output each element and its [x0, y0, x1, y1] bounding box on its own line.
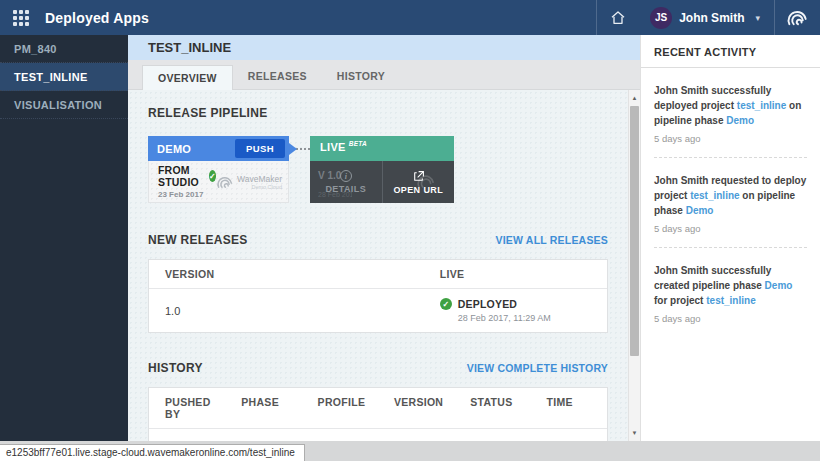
demo-deploy-date: 23 Feb 2017 [158, 190, 216, 199]
release-live-status: ✓ DEPLOYED 28 Feb 2017, 11:29 AM [424, 289, 607, 332]
demo-card-header: DEMO PUSH [148, 136, 289, 161]
watermark-title: WaveMaker [237, 174, 282, 184]
history-table-header: PUSHED BY PHASE PROFILE VERSION STATUS T… [149, 388, 607, 429]
demo-card-body: FROM STUDIO ✓ 23 Feb 2017 WaveMaker [148, 161, 289, 203]
sidebar-item-visualisation[interactable]: VISUALISATION [0, 91, 128, 119]
activity-text: John Smith successfully deployed project… [654, 83, 807, 128]
table-row: John Smith Live Live 1.0 Deployed 28 Feb… [149, 429, 607, 441]
info-icon: i [340, 170, 352, 182]
view-all-releases-link[interactable]: VIEW ALL RELEASES [496, 234, 609, 246]
tab-history[interactable]: HISTORY [322, 64, 400, 89]
activity-text-pre: John Smith successfully created pipeline… [654, 265, 771, 291]
view-complete-history-link[interactable]: VIEW COMPLETE HISTORY [467, 362, 608, 374]
history-time: 28 Feb 2017, [530, 429, 606, 441]
release-pipeline-heading: RELEASE PIPELINE [148, 106, 608, 120]
home-button[interactable] [596, 0, 638, 35]
open-url-icon [412, 170, 425, 183]
phase-link[interactable]: Demo [726, 115, 754, 126]
project-link[interactable]: test_inline [706, 295, 755, 306]
phase-link[interactable]: Demo [686, 205, 714, 216]
demo-phase-card: DEMO PUSH FROM STUDIO ✓ 23 Feb 2017 [148, 136, 289, 203]
deployed-check-icon: ✓ [440, 298, 452, 310]
project-sidebar: PM_840 TEST_INLINE VISUALISATION [0, 35, 128, 441]
recent-activity-heading: RECENT ACTIVITY [654, 46, 807, 58]
topbar: Deployed Apps JS John Smith ▾ [0, 0, 820, 35]
column-header-phase: PHASE [225, 388, 301, 428]
avatar: JS [650, 7, 672, 29]
scroll-up-icon[interactable]: ▲ [629, 92, 640, 104]
live-phase-card: LIVE BETA V 1.0 28 Feb 2017, i DETAILS [310, 136, 454, 203]
activity-timestamp: 5 days ago [654, 133, 807, 144]
demo-card-info: FROM STUDIO ✓ 23 Feb 2017 [158, 164, 216, 199]
beta-tag: BETA [349, 140, 367, 147]
column-header-status: STATUS [454, 388, 530, 428]
list-item: John Smith successfully deployed project… [654, 68, 807, 158]
project-link[interactable]: test_inline [690, 190, 739, 201]
browser-status-url: e1253bff77e01.live.stage-cloud.wavemaker… [0, 444, 305, 461]
sidebar-item-pm-840[interactable]: PM_840 [0, 35, 128, 63]
scrollbar-thumb[interactable] [630, 106, 639, 356]
scroll-down-icon[interactable]: ▼ [629, 427, 640, 439]
new-releases-header-row: NEW RELEASES VIEW ALL RELEASES [148, 233, 608, 247]
wavemaker-logo-icon [786, 6, 809, 29]
column-header-profile: PROFILE [302, 388, 378, 428]
activity-timestamp: 5 days ago [654, 223, 807, 234]
chevron-down-icon: ▾ [755, 13, 760, 23]
column-header-time: TIME [530, 388, 606, 428]
column-header-version: VERSION [378, 388, 454, 428]
sidebar-item-test-inline[interactable]: TEST_INLINE [0, 63, 128, 91]
user-menu[interactable]: JS John Smith ▾ [638, 0, 774, 35]
activity-text: John Smith requested to deploy project t… [654, 173, 807, 218]
success-check-icon: ✓ [209, 170, 216, 182]
demo-phase-label: DEMO [157, 143, 235, 155]
watermark-subtitle: Demo Cloud [237, 184, 282, 190]
apps-grid-icon[interactable] [13, 10, 29, 26]
activity-text: John Smith successfully created pipeline… [654, 263, 807, 308]
live-card-body: V 1.0 28 Feb 2017, i DETAILS OPE [310, 161, 454, 203]
list-item: John Smith successfully created pipeline… [654, 248, 807, 337]
tab-overview[interactable]: OVERVIEW [142, 65, 233, 90]
push-button[interactable]: PUSH [235, 139, 285, 158]
recent-activity-panel: RECENT ACTIVITY John Smith successfully … [640, 35, 820, 441]
details-button[interactable]: i DETAILS [310, 161, 383, 203]
details-label: DETAILS [325, 184, 366, 194]
wavemaker-watermark-icon [216, 173, 234, 191]
new-releases-heading: NEW RELEASES [148, 233, 248, 247]
home-icon [610, 10, 626, 26]
open-url-button[interactable]: OPEN URL [383, 161, 455, 203]
phase-link[interactable]: Demo [765, 280, 793, 291]
column-header-version: VERSION [149, 260, 424, 288]
tab-releases[interactable]: RELEASES [233, 64, 322, 89]
deployed-status-label: DEPLOYED [458, 298, 551, 310]
app-title: Deployed Apps [45, 10, 149, 26]
pipeline-row: DEMO PUSH FROM STUDIO ✓ 23 Feb 2017 [148, 136, 608, 203]
history-table: PUSHED BY PHASE PROFILE VERSION STATUS T… [148, 387, 608, 441]
from-studio-label: FROM STUDIO [158, 164, 205, 188]
activity-text-mid: for project [654, 295, 706, 306]
list-item: John Smith requested to deploy project t… [654, 158, 807, 248]
overview-content: RELEASE PIPELINE DEMO PUSH FROM STUDIO ✓… [128, 90, 628, 441]
live-phase-label: LIVE [320, 141, 346, 153]
pipeline-arrow-icon [289, 143, 297, 155]
page-title: TEST_INLINE [128, 35, 640, 60]
brand-logo-button[interactable] [774, 0, 820, 35]
open-url-label: OPEN URL [393, 185, 443, 195]
project-link[interactable]: test_inline [737, 100, 786, 111]
wavemaker-watermark: WaveMaker Demo Cloud [216, 173, 282, 191]
history-header-row: HISTORY VIEW COMPLETE HISTORY [148, 361, 608, 375]
activity-timestamp: 5 days ago [654, 313, 807, 324]
column-header-pushed-by: PUSHED BY [149, 388, 225, 428]
topbar-actions: JS John Smith ▾ [596, 0, 820, 35]
deployed-time: 28 Feb 2017, 11:29 AM [458, 313, 551, 323]
new-releases-table: VERSION LIVE 1.0 ✓ DEPLOYED 28 Feb 2017,… [148, 259, 608, 333]
release-version: 1.0 [149, 291, 424, 331]
live-card-header: LIVE BETA [310, 136, 454, 161]
vertical-scrollbar[interactable]: ▲ ▼ [628, 90, 640, 441]
table-row: 1.0 ✓ DEPLOYED 28 Feb 2017, 11:29 AM [149, 289, 607, 332]
column-header-live: LIVE [424, 260, 607, 288]
main-panel: TEST_INLINE OVERVIEW RELEASES HISTORY RE… [128, 35, 640, 441]
tabbar: OVERVIEW RELEASES HISTORY [128, 60, 640, 90]
history-heading: HISTORY [148, 361, 203, 375]
user-name: John Smith [679, 11, 744, 25]
new-releases-table-header: VERSION LIVE [149, 260, 607, 289]
